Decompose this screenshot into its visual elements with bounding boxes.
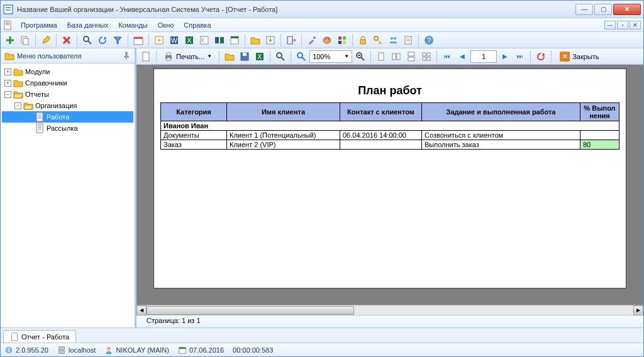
app-icon	[3, 4, 13, 14]
exit-icon[interactable]	[284, 33, 298, 47]
mdi-close-button[interactable]: ✕	[630, 21, 641, 30]
svg-rect-31	[343, 36, 346, 40]
tree-node-modules[interactable]: + Модули	[2, 66, 133, 77]
save-button[interactable]	[238, 50, 252, 63]
svg-text:W: W	[171, 36, 178, 44]
expand-icon[interactable]: +	[4, 69, 11, 75]
find-button[interactable]	[274, 50, 287, 63]
tree-node-mailing[interactable]: Рассылка	[2, 123, 133, 134]
pin-icon[interactable]	[122, 52, 131, 60]
tree-node-work[interactable]: Работа	[2, 111, 133, 123]
sidebar-title: Меню пользователя	[17, 52, 122, 60]
table-export-icon[interactable]	[228, 33, 242, 47]
titlebar[interactable]: Название Вашей организации - Универсальн…	[1, 1, 643, 18]
menu-window[interactable]: Окно	[153, 19, 179, 31]
help-icon[interactable]: ?	[422, 33, 436, 47]
last-page-button[interactable]: ⏭	[513, 50, 527, 63]
tools-icon[interactable]	[305, 33, 319, 47]
tree-node-refs[interactable]: + Справочники	[2, 77, 133, 89]
page-icon	[10, 332, 19, 341]
page-icon	[35, 112, 45, 122]
import-icon[interactable]	[264, 33, 277, 47]
col-client: Имя клиента	[227, 103, 340, 121]
calendar-icon[interactable]	[131, 33, 145, 47]
export-excel-icon[interactable]: X	[182, 33, 196, 47]
collapse-icon[interactable]: −	[4, 91, 11, 98]
scroll-left-arrow[interactable]: ◀	[136, 305, 147, 316]
view-single-icon[interactable]	[374, 50, 388, 63]
menu-commands[interactable]: Команды	[113, 19, 153, 31]
window-close-button[interactable]: ✕	[613, 4, 641, 15]
mdi-restore-button[interactable]: ▫	[617, 21, 628, 30]
folder-open-icon	[13, 89, 23, 99]
delete-button[interactable]	[60, 33, 74, 47]
export-word-icon[interactable]: W	[167, 33, 181, 47]
menu-program[interactable]: Программа	[16, 19, 62, 31]
window-minimize-button[interactable]: —	[575, 4, 593, 15]
collapse-icon[interactable]: −	[14, 102, 21, 109]
lock-icon[interactable]	[356, 33, 370, 47]
status-host: localhost	[57, 346, 96, 354]
toolbar-separator	[270, 50, 270, 63]
page-input[interactable]	[470, 50, 497, 63]
horizontal-scrollbar[interactable]: ◀ ▶	[136, 305, 643, 315]
tree-node-reports[interactable]: − Отчеты	[2, 89, 133, 100]
status-version: 2.0.955.20	[4, 346, 48, 354]
view-multi-icon[interactable]	[389, 50, 403, 63]
first-page-button[interactable]: ⏮	[440, 50, 454, 63]
open-button[interactable]	[223, 50, 236, 63]
svg-rect-34	[360, 40, 365, 44]
folder-open-icon[interactable]	[248, 33, 262, 47]
svg-rect-7	[6, 25, 9, 25]
export-icon[interactable]	[152, 33, 166, 47]
add-button[interactable]	[3, 33, 17, 47]
view-scroll-icon[interactable]	[404, 50, 418, 63]
zoom-select[interactable]: 100% ▼	[309, 50, 352, 63]
toolbar-separator	[35, 34, 36, 47]
export-csv-icon[interactable]	[197, 33, 211, 47]
cell-client: Клиент 2 (VIP)	[227, 140, 340, 150]
view-grid-icon[interactable]	[419, 50, 433, 63]
copy-button[interactable]	[18, 33, 32, 47]
scroll-thumb[interactable]	[147, 306, 354, 315]
filter-button[interactable]	[111, 33, 125, 47]
menu-database[interactable]: База данных	[62, 19, 114, 31]
report-viewport[interactable]: План работ Категория Имя клиента Контакт…	[136, 65, 643, 305]
export-multi-icon[interactable]	[213, 33, 226, 47]
zoom-out-icon[interactable]	[353, 50, 367, 63]
table-row: Документы Клиент 1 (Потенциальный) 06.04…	[161, 131, 619, 140]
report-doc-icon[interactable]	[139, 50, 153, 63]
tab-report-work[interactable]: Отчет - Работа	[3, 330, 76, 343]
key-icon[interactable]	[371, 33, 385, 47]
tree-label: Справочники	[25, 79, 67, 87]
refresh-report-icon[interactable]	[534, 50, 548, 63]
print-label: Печать...	[176, 53, 204, 60]
close-report-button[interactable]: ✕ Закрыть	[555, 50, 604, 63]
print-button[interactable]: Печать... ▼	[160, 50, 216, 63]
expand-icon[interactable]: +	[4, 80, 11, 87]
page-icon	[35, 123, 45, 133]
search-button[interactable]	[80, 33, 94, 47]
tree-node-org[interactable]: − Организация	[2, 100, 133, 111]
report-table: Категория Имя клиента Контакт с клиентом…	[160, 102, 619, 150]
zoom-button[interactable]	[294, 50, 308, 63]
menu-help[interactable]: Справка	[179, 19, 216, 31]
tree-label: Рассылка	[47, 124, 78, 132]
edit-button[interactable]	[39, 33, 53, 47]
scroll-right-arrow[interactable]: ▶	[633, 305, 643, 316]
svg-rect-62	[427, 57, 430, 60]
export-report-icon[interactable]: X	[253, 50, 267, 63]
audit-icon[interactable]	[401, 33, 415, 47]
toolbar-separator	[245, 34, 245, 47]
mdi-minimize-button[interactable]: —	[604, 21, 616, 30]
color-icon[interactable]	[335, 33, 349, 47]
window-maximize-button[interactable]: ▢	[594, 4, 612, 15]
svg-rect-55	[392, 53, 396, 60]
palette-icon[interactable]	[320, 33, 334, 47]
refresh-icon[interactable]	[96, 33, 109, 47]
tree-label: Организация	[35, 102, 77, 109]
menubar: Программа База данных Команды Окно Справ…	[1, 18, 643, 32]
prev-page-button[interactable]: ◀	[455, 50, 469, 63]
next-page-button[interactable]: ▶	[498, 50, 512, 63]
users-icon[interactable]	[386, 33, 400, 47]
